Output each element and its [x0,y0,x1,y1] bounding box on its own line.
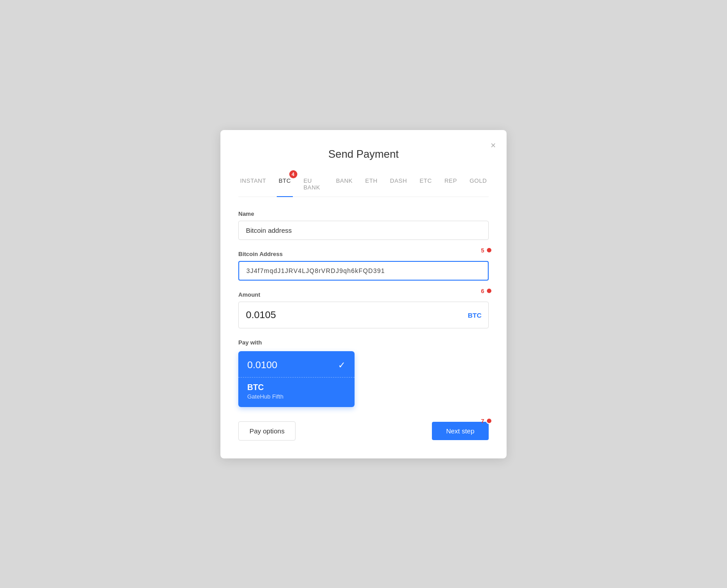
amount-label: Amount [238,291,489,298]
tab-etc[interactable]: ETC [418,174,434,197]
tab-instant[interactable]: INSTANT [238,174,268,197]
send-payment-modal: × Send Payment INSTANT BTC 4 EU BANK BAN… [220,130,507,458]
detection-number-5: 5 [481,247,484,254]
wallet-card-top: 0.0100 ✓ [238,351,355,378]
tab-eth[interactable]: ETH [364,174,380,197]
detection-number-6: 6 [481,288,484,294]
detection-dot-5 [486,247,492,253]
bitcoin-address-group: Bitcoin Address 5 [238,251,489,281]
amount-input[interactable] [238,302,489,328]
name-label: Name [238,210,489,217]
wallet-card[interactable]: 0.0100 ✓ BTC GateHub Fifth [238,351,355,407]
next-step-button[interactable]: Next step [432,422,489,440]
amount-field-group: Amount 6 BTC [238,291,489,328]
tab-bank[interactable]: BANK [334,174,354,197]
close-button[interactable]: × [489,139,498,151]
pay-options-button[interactable]: Pay options [238,421,296,441]
payment-tabs: INSTANT BTC 4 EU BANK BANK ETH DASH ETC [238,174,489,197]
detection-dot-7 [486,418,492,424]
tab-dash[interactable]: DASH [388,174,409,197]
tab-gold[interactable]: GOLD [468,174,489,197]
name-input[interactable] [238,221,489,240]
tab-btc[interactable]: BTC 4 [277,174,293,197]
detection-number-7: 7 [481,418,484,424]
wallet-check-icon: ✓ [338,360,346,370]
bitcoin-address-input[interactable] [238,261,489,281]
wallet-card-bottom: BTC GateHub Fifth [238,378,355,407]
wallet-currency: BTC [247,383,346,392]
amount-input-wrapper: BTC [238,302,489,328]
wallet-provider: GateHub Fifth [247,393,346,400]
amount-currency: BTC [468,311,482,319]
btc-tab-badge: 4 [289,170,297,178]
tab-eu-bank[interactable]: EU BANK [302,174,325,197]
bitcoin-address-input-container [238,261,489,281]
name-field-group: Name [238,210,489,240]
page-background: × Send Payment INSTANT BTC 4 EU BANK BAN… [0,0,727,588]
pay-with-section: Pay with 0.0100 ✓ BTC GateHub Fifth [238,339,489,407]
pay-with-label: Pay with [238,339,489,346]
tab-rep[interactable]: REP [443,174,459,197]
footer-buttons: 7 Pay options Next step [238,421,489,441]
bitcoin-address-label: Bitcoin Address [238,251,489,257]
wallet-amount: 0.0100 [247,359,277,371]
modal-title: Send Payment [238,148,489,160]
detection-dot-6 [486,288,492,294]
